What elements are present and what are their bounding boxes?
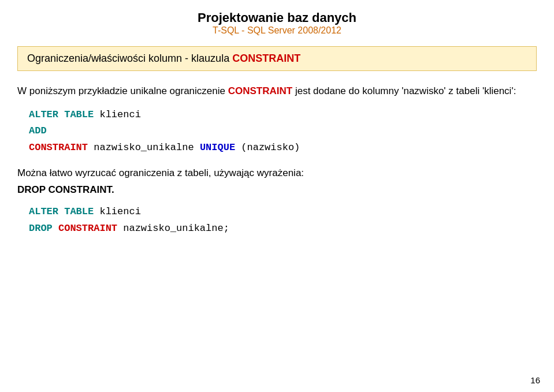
constraint-inline-1: CONSTRAINT — [228, 85, 292, 96]
code-block-2: ALTER TABLE klienci DROP CONSTRAINT nazw… — [29, 204, 537, 237]
code-line-2: ADD — [29, 123, 537, 140]
code-line-1: ALTER TABLE klienci — [29, 107, 537, 124]
kw-klienci-1: klienci — [99, 109, 140, 120]
page-number: 16 — [530, 375, 540, 385]
kw-table-1: TABLE — [64, 109, 94, 120]
kw-constraint-1: CONSTRAINT — [29, 142, 88, 153]
code2-line-2: DROP CONSTRAINT nazwisko_unikalne; — [29, 221, 537, 237]
kw-nazwisko-param: (nazwisko) — [241, 142, 300, 153]
kw-drop: DROP — [29, 223, 53, 234]
page-title: Projektowanie baz danych — [17, 10, 537, 25]
kw-klienci-2: klienci — [99, 206, 140, 217]
drop-constraint-label: DROP CONSTRAINT. — [17, 184, 537, 196]
kw-constraint-2: CONSTRAINT — [58, 223, 117, 234]
code-block-1: ALTER TABLE klienci ADD CONSTRAINT nazwi… — [29, 107, 537, 157]
paragraph2-text: Można łatwo wyrzucać ograniczenia z tabe… — [17, 167, 304, 178]
section-heading-keyword: CONSTRAINT — [232, 53, 300, 64]
header: Projektowanie baz danych T-SQL - SQL Ser… — [17, 10, 537, 36]
kw-alter-1: ALTER — [29, 109, 58, 120]
code2-line-1: ALTER TABLE klienci — [29, 204, 537, 221]
kw-nazwisko-unikalne: nazwisko_unikalne — [94, 142, 200, 153]
page-subtitle: T-SQL - SQL Server 2008/2012 — [17, 25, 537, 36]
section-heading-prefix: Ograniczenia/właściwości kolumn - klauzu… — [27, 53, 232, 64]
kw-add: ADD — [29, 125, 47, 136]
kw-table-2: TABLE — [64, 206, 94, 217]
kw-unique: UNIQUE — [200, 142, 235, 153]
section-heading: Ograniczenia/właściwości kolumn - klauzu… — [17, 46, 537, 71]
kw-nazwisko-unikalne-2: nazwisko_unikalne; — [123, 223, 229, 234]
paragraph2: Można łatwo wyrzucać ograniczenia z tabe… — [17, 166, 537, 181]
page-container: Projektowanie baz danych T-SQL - SQL Ser… — [0, 0, 554, 392]
paragraph1: W poniższym przykładzie unikalne ogranic… — [17, 84, 537, 99]
code-line-3: CONSTRAINT nazwisko_unikalne UNIQUE (naz… — [29, 140, 537, 156]
kw-alter-2: ALTER — [29, 206, 58, 217]
